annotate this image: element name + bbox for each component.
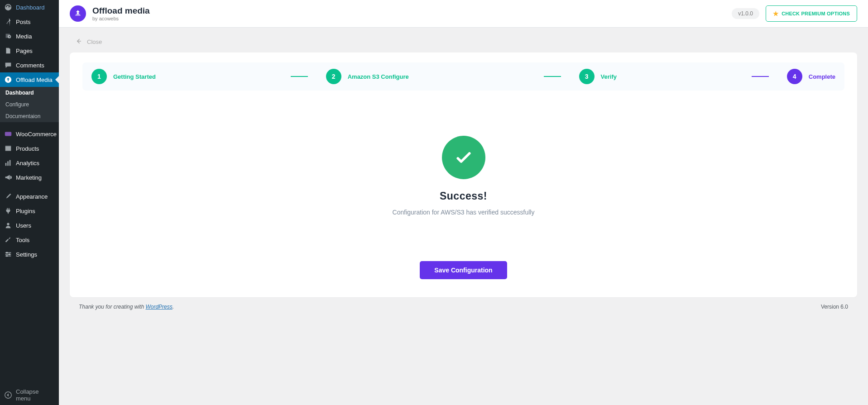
svg-point-13: [6, 252, 8, 254]
megaphone-icon: [4, 173, 12, 181]
sidebar-item-label: Marketing: [16, 174, 42, 181]
svg-rect-6: [7, 161, 9, 166]
step-amazon-s3: 2 Amazon S3 Configure: [291, 69, 409, 84]
sidebar-sub-configure[interactable]: Configure: [0, 99, 59, 110]
pin-icon: [4, 18, 12, 26]
sidebar-item-label: Plugins: [16, 208, 35, 214]
wizard-stepper: 1 Getting Started 2 Amazon S3 Configure …: [82, 62, 844, 91]
sidebar-sub-dashboard[interactable]: Dashboard: [0, 87, 59, 99]
save-configuration-button[interactable]: Save Configuration: [420, 261, 507, 279]
svg-point-15: [6, 255, 8, 257]
sidebar-item-label: Dashboard: [16, 4, 45, 11]
sidebar-item-label: Pages: [16, 48, 33, 54]
sidebar-item-label: Analytics: [16, 160, 39, 167]
step-number: 4: [787, 69, 802, 84]
svg-rect-3: [5, 147, 11, 151]
brush-icon: [4, 192, 12, 200]
media-icon: [4, 32, 12, 40]
sidebar-item-offload-media[interactable]: Offload Media: [0, 72, 59, 87]
step-number: 1: [91, 69, 107, 84]
svg-point-14: [9, 253, 10, 255]
sidebar-item-label: Appearance: [16, 193, 48, 200]
sidebar-item-woocommerce[interactable]: WooCommerce: [0, 127, 59, 141]
sidebar-item-plugins[interactable]: Plugins: [0, 204, 59, 218]
sidebar-item-label: Offload Media: [16, 76, 53, 83]
check-premium-button[interactable]: ★ CHECK PREMIUM OPTIONS: [766, 5, 857, 22]
sidebar-item-label: Products: [16, 145, 39, 152]
sidebar-item-comments[interactable]: Comments: [0, 58, 59, 72]
upload-icon: [4, 76, 12, 84]
wrench-icon: [4, 236, 12, 244]
sidebar-item-media[interactable]: Media: [0, 29, 59, 43]
step-getting-started: 1 Getting Started: [91, 69, 156, 84]
plugin-topbar: Offload media by acowebs v1.0.0 ★ CHECK …: [59, 0, 868, 28]
sidebar-item-products[interactable]: Products: [0, 141, 59, 156]
svg-rect-7: [10, 160, 11, 166]
step-connector: [291, 76, 308, 77]
version-pill: v1.0.0: [732, 8, 759, 19]
users-icon: [4, 221, 12, 229]
gauge-icon: [4, 3, 12, 11]
brand-subtitle: by acowebs: [92, 16, 150, 21]
step-number: 3: [579, 69, 595, 84]
wizard-card: 1 Getting Started 2 Amazon S3 Configure …: [70, 52, 857, 297]
sidebar-item-label: Collapse menu: [16, 388, 55, 402]
woo-icon: [4, 130, 12, 138]
collapse-icon: [4, 391, 12, 399]
step-complete: 4 Complete: [752, 69, 835, 84]
wp-admin-sidebar: Dashboard Posts Media Pages Comments Off…: [0, 0, 59, 405]
sidebar-item-pages[interactable]: Pages: [0, 43, 59, 58]
analytics-icon: [4, 159, 12, 167]
footer-version: Version 6.0: [821, 304, 848, 310]
sidebar-item-tools[interactable]: Tools: [0, 233, 59, 247]
brand-badge-icon: [70, 5, 86, 22]
sidebar-item-appearance[interactable]: Appearance: [0, 189, 59, 204]
step-connector: [544, 76, 561, 77]
sidebar-item-analytics[interactable]: Analytics: [0, 156, 59, 170]
success-subtitle: Configuration for AWS/S3 has verified su…: [82, 209, 844, 216]
settings-icon: [4, 250, 12, 258]
success-check-icon: [442, 136, 485, 179]
step-verify: 3 Verify: [544, 69, 617, 84]
close-label: Close: [87, 38, 102, 45]
sidebar-item-marketing[interactable]: Marketing: [0, 170, 59, 185]
sidebar-item-label: Posts: [16, 19, 31, 25]
sidebar-item-users[interactable]: Users: [0, 218, 59, 233]
svg-rect-8: [8, 212, 9, 214]
comment-icon: [4, 61, 12, 69]
sidebar-item-label: Users: [16, 222, 31, 229]
sidebar-item-label: Comments: [16, 62, 44, 69]
sidebar-item-settings[interactable]: Settings: [0, 247, 59, 262]
premium-label: CHECK PREMIUM OPTIONS: [782, 11, 850, 16]
sidebar-submenu: Dashboard Configure Documentaion: [0, 87, 59, 122]
sidebar-item-posts[interactable]: Posts: [0, 14, 59, 29]
svg-rect-4: [5, 146, 11, 147]
sidebar-item-label: Media: [16, 33, 32, 40]
step-label: Amazon S3 Configure: [348, 73, 409, 80]
svg-rect-5: [5, 163, 7, 166]
plug-icon: [4, 207, 12, 215]
footer-thank-you: Thank you for creating with WordPress.: [79, 304, 174, 310]
sidebar-item-collapse[interactable]: Collapse menu: [0, 385, 59, 405]
step-label: Verify: [601, 73, 617, 80]
products-icon: [4, 144, 12, 152]
svg-rect-2: [5, 132, 11, 136]
star-icon: ★: [773, 10, 779, 17]
step-number: 2: [326, 69, 341, 84]
sidebar-item-label: Settings: [16, 251, 37, 258]
sidebar-item-label: Tools: [16, 237, 29, 243]
success-title: Success!: [82, 190, 844, 202]
sidebar-sub-documentation[interactable]: Documentaion: [0, 110, 59, 122]
close-button[interactable]: Close: [70, 36, 107, 52]
wp-footer: Thank you for creating with WordPress. V…: [70, 297, 857, 316]
page-icon: [4, 47, 12, 55]
brand-title: Offload media: [92, 6, 150, 16]
step-label: Getting Started: [113, 73, 156, 80]
step-label: Complete: [809, 73, 835, 80]
wordpress-link[interactable]: WordPress: [145, 304, 172, 310]
arrow-left-icon: [75, 38, 82, 46]
svg-point-9: [7, 223, 9, 225]
sidebar-item-dashboard[interactable]: Dashboard: [0, 0, 59, 14]
sidebar-item-label: WooCommerce: [16, 131, 57, 138]
step-connector: [752, 76, 769, 77]
